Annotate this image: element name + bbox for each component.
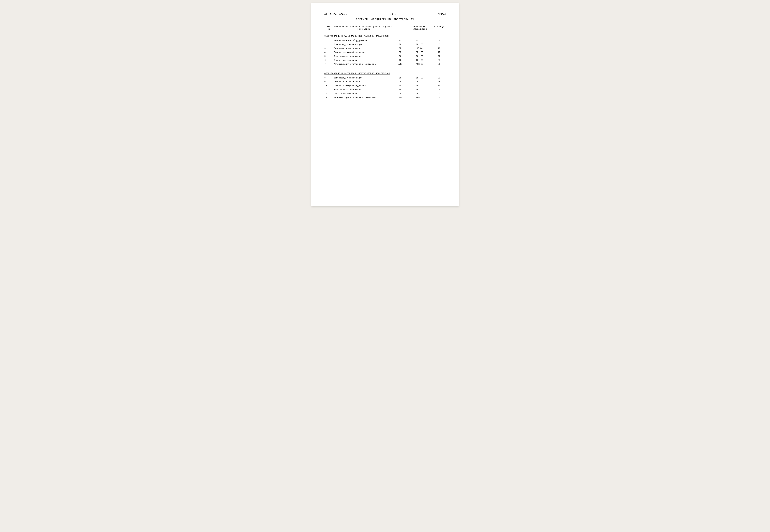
main-table: №№ пш Наименование основного комплекта р…: [324, 24, 446, 100]
row-spec: ЭО. СО: [407, 88, 433, 92]
row-name: Автоматизация отопления и вентиляции: [333, 62, 394, 66]
header-left: 411-2-180. 87Аа.Ф: [324, 13, 348, 16]
header-center: - 2 -: [390, 13, 396, 16]
row-num: 12.: [324, 92, 333, 96]
table-row: 8.Водопровод и канализацияВКВК. СО31: [324, 76, 446, 80]
table-row: 13.Автоматизация отопления и вентиляцииА…: [324, 96, 446, 100]
col-num-header: №№ пш: [324, 24, 333, 32]
table-body: ОБОРУДОВАНИЕ И МАТЕРИАЛЫ, ПОСТАВЛЯЕМЫЕ З…: [324, 32, 446, 100]
page: 411-2-180. 87Аа.Ф - 2 - 9569/3 ПЕРЕЧЕНЬ …: [311, 3, 459, 206]
row-num: 11.: [324, 88, 333, 92]
row-mark: ВК: [394, 43, 407, 47]
row-spec: СС. СО: [407, 58, 433, 62]
row-name: Автоматизация отопления и вентиляции: [333, 96, 394, 100]
section-header-1: ОБОРУДОВАНИЕ И МАТЕРИАЛЫ, ПОСТАВЛЯЕМЫЕ З…: [324, 32, 446, 39]
row-name: Водопровод и канализация: [333, 76, 394, 80]
header: 411-2-180. 87Аа.Ф - 2 - 9569/3: [324, 13, 446, 16]
row-spec: ЭО. СО: [407, 54, 433, 58]
row-page: 39: [433, 84, 446, 88]
row-page: 10: [433, 47, 446, 50]
row-mark: ЭМ: [394, 50, 407, 54]
table-row: I.Технологическое оборудованиеТХТХ. СО3: [324, 39, 446, 43]
row-mark: СС: [394, 58, 407, 62]
row-name: Электрическое освещение: [333, 54, 394, 58]
table-row: 10.Силовое электрооборудованиеЭМЭМ. СО39: [324, 84, 446, 88]
row-page: 3: [433, 39, 446, 43]
row-mark: ЭО: [394, 54, 407, 58]
table-row: 5.Электрическое освещениеЭОЭО. СО22: [324, 54, 446, 58]
row-name: Электрическое освещение: [333, 88, 394, 92]
col-mark-header: [394, 24, 407, 32]
title-row: ПЕРЕЧЕНЬ СПЕЦИФИКАЦИЙ ОБОРУДОВАНИЯ: [324, 18, 446, 21]
row-page: 22: [433, 54, 446, 58]
row-mark: ЭО: [394, 88, 407, 92]
row-num: 4.: [324, 50, 333, 54]
col-name-header: Наименование основного комплекта рабочих…: [333, 24, 394, 32]
row-name: Отопление и вентиляция: [333, 80, 394, 84]
row-page: 40: [433, 88, 446, 92]
row-mark: ВК: [394, 76, 407, 80]
row-num: 6.: [324, 58, 333, 62]
row-spec: СС. СО: [407, 92, 433, 96]
row-mark: АОВ: [394, 96, 407, 100]
col-spec-header: Обозначение спецификации: [407, 24, 433, 32]
row-page: 31: [433, 76, 446, 80]
table-row: 12.Связь и сигнализацияСССС. СО42: [324, 92, 446, 96]
table-row: 3.Отопление и вентиляцияОВОВ.СО10: [324, 47, 446, 50]
row-page: 25: [433, 58, 446, 62]
col-page-header: Страницы: [433, 24, 446, 32]
row-mark: ОВ: [394, 47, 407, 50]
row-spec: АОВ.СО: [407, 96, 433, 100]
row-spec: ЭМ. СО: [407, 50, 433, 54]
row-num: 13.: [324, 96, 333, 100]
row-name: Связь и сигнализация: [333, 92, 394, 96]
row-name: Силовое электрооборудование: [333, 84, 394, 88]
row-num: 5.: [324, 54, 333, 58]
row-spec: ВК. СО: [407, 76, 433, 80]
row-spec: ОВ. СО: [407, 80, 433, 84]
row-name: Технологическое оборудование: [333, 39, 394, 43]
row-mark: ЭМ: [394, 84, 407, 88]
table-row: 9.Отопление и вентиляцияОВОВ. СО35: [324, 80, 446, 84]
header-right: 9569/3: [438, 13, 446, 16]
row-spec: ВК. СО: [407, 43, 433, 47]
table-row: 7.Автоматизация отопления и вентиляцииАО…: [324, 62, 446, 66]
row-page: 7: [433, 43, 446, 47]
row-page: 17: [433, 50, 446, 54]
row-num: I.: [324, 39, 333, 43]
table-row: 4.Силовое электрооборудованиеЭМЭМ. СО17: [324, 50, 446, 54]
row-num: 2.: [324, 43, 333, 47]
row-name: Отопление и вентиляция: [333, 47, 394, 50]
row-num: 8.: [324, 76, 333, 80]
page-title: ПЕРЕЧЕНЬ СПЕЦИФИКАЦИЙ ОБОРУДОВАНИЯ: [356, 18, 414, 21]
row-mark: ОВ: [394, 80, 407, 84]
table-row: 11.Электрическое освещениеЭОЭО. СО40: [324, 88, 446, 92]
section-header-2: ОБОРУДОВАНИЕ И МАТЕРИАЛЫ, ПОСТАВЛЯЕМЫЕ П…: [324, 69, 446, 76]
row-spec: ОВ.СО: [407, 47, 433, 50]
row-page: 26: [433, 62, 446, 66]
row-name: Связь и сигнализация: [333, 58, 394, 62]
row-mark: АОВ: [394, 62, 407, 66]
table-row: 2.Водопровод и канализацияВКВК. СО7: [324, 43, 446, 47]
table-row: 6.Связь и сигнализацияСССС. СО25: [324, 58, 446, 62]
row-num: 7.: [324, 62, 333, 66]
row-name: Силовое электрооборудование: [333, 50, 394, 54]
row-page: 35: [433, 80, 446, 84]
row-mark: СС: [394, 92, 407, 96]
row-num: 10.: [324, 84, 333, 88]
row-page: 44: [433, 96, 446, 100]
row-spec: ТХ. СО: [407, 39, 433, 43]
row-page: 42: [433, 92, 446, 96]
column-headers: №№ пш Наименование основного комплекта р…: [324, 24, 446, 32]
row-name: Водопровод и канализация: [333, 43, 394, 47]
row-num: 9.: [324, 80, 333, 84]
row-spec: АОВ.СО: [407, 62, 433, 66]
row-mark: ТХ: [394, 39, 407, 43]
row-spec: ЭМ. СО: [407, 84, 433, 88]
row-num: 3.: [324, 47, 333, 50]
